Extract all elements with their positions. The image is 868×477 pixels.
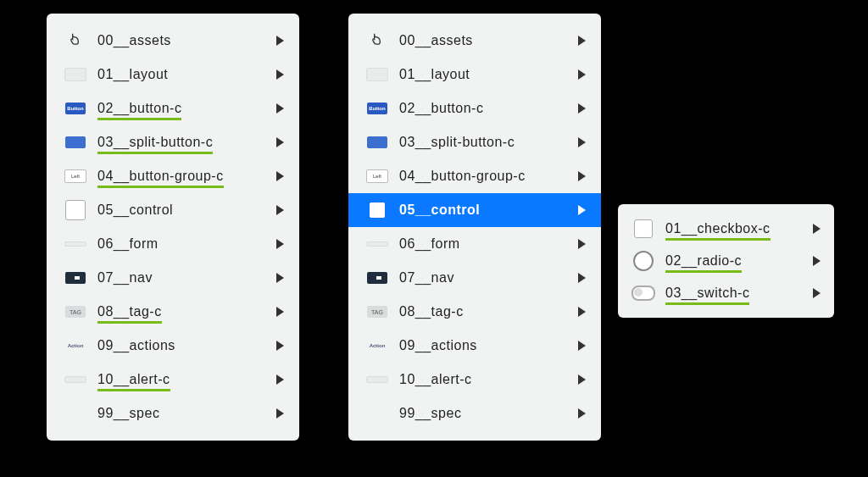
split-button-thumb-icon	[64, 133, 87, 152]
row-label: 03__split-button-c	[399, 135, 515, 149]
row-label: 07__nav	[97, 270, 153, 285]
row-label: 03__switch-c	[665, 286, 749, 300]
nav-thumb-icon	[64, 269, 87, 287]
radio-thumb-icon	[632, 252, 655, 270]
chevron-right-icon	[276, 205, 284, 215]
middle-row-07-nav[interactable]: 07__nav	[348, 261, 601, 295]
panel-right-submenu: 01__checkbox-c 02__radio-c 03__switch-c	[618, 204, 834, 318]
button-thumb-icon: Button	[365, 99, 389, 118]
row-label: 01__layout	[97, 67, 168, 81]
chevron-right-icon	[276, 408, 284, 419]
chevron-right-icon	[276, 307, 284, 317]
checkbox-thumb-icon	[632, 219, 655, 238]
middle-row-04-button-group-c[interactable]: Left 04__button-group-c	[348, 159, 601, 193]
panel-left: 00__assets 01__layout Button 02__button-…	[47, 14, 299, 441]
chevron-right-icon	[578, 374, 586, 385]
row-label: 99__spec	[97, 406, 159, 420]
row-label: 04__button-group-c	[399, 169, 526, 183]
blank-thumb-icon	[64, 65, 87, 84]
chevron-right-icon	[276, 341, 284, 351]
button-group-thumb-icon: Left	[64, 167, 87, 186]
left-row-05-control[interactable]: 05__control	[47, 193, 299, 227]
left-row-04-button-group-c[interactable]: Left 04__button-group-c	[47, 159, 299, 193]
row-label: 08__tag-c	[399, 304, 464, 319]
row-label: 99__spec	[399, 406, 461, 420]
right-row-02-radio-c[interactable]: 02__radio-c	[618, 245, 834, 277]
left-row-02-button-c[interactable]: Button 02__button-c	[47, 92, 299, 125]
chevron-right-icon	[276, 36, 284, 46]
left-row-08-tag-c[interactable]: TAG 08__tag-c	[47, 295, 299, 329]
chevron-right-icon	[578, 307, 586, 317]
row-label: 00__assets	[97, 33, 171, 47]
chevron-right-icon	[813, 256, 821, 266]
chevron-right-icon	[276, 137, 284, 147]
button-thumb-icon: Button	[64, 99, 87, 118]
chevron-right-icon	[813, 224, 821, 234]
chevron-right-icon	[578, 69, 586, 80]
empty-icon	[64, 404, 87, 423]
left-row-10-alert-c[interactable]: 10__alert-c	[47, 363, 299, 397]
middle-row-03-split-button-c[interactable]: 03__split-button-c	[348, 125, 601, 159]
chevron-right-icon	[578, 171, 586, 181]
row-label: 10__alert-c	[399, 372, 472, 386]
split-button-thumb-icon	[365, 133, 389, 152]
row-label: 09__actions	[97, 338, 175, 352]
row-label: 09__actions	[399, 338, 477, 352]
tag-thumb-icon: TAG	[64, 302, 87, 321]
chevron-right-icon	[276, 69, 284, 80]
row-label: 02__button-c	[399, 101, 483, 115]
middle-row-10-alert-c[interactable]: 10__alert-c	[348, 363, 601, 397]
blank-thumb-icon	[365, 65, 389, 84]
chevron-right-icon	[578, 103, 586, 114]
row-label: 05__control	[399, 202, 480, 217]
row-label: 01__layout	[399, 67, 470, 81]
row-label: 04__button-group-c	[97, 169, 224, 183]
row-label: 06__form	[399, 236, 460, 251]
chevron-right-icon	[276, 273, 284, 283]
middle-row-08-tag-c[interactable]: TAG 08__tag-c	[348, 295, 601, 329]
row-label: 08__tag-c	[97, 304, 162, 319]
chevron-right-icon	[813, 288, 821, 298]
button-group-thumb-icon: Left	[365, 167, 389, 186]
right-row-03-switch-c[interactable]: 03__switch-c	[618, 277, 834, 309]
middle-row-06-form[interactable]: 06__form	[348, 227, 601, 261]
chevron-right-icon	[578, 341, 586, 351]
chevron-right-icon	[578, 36, 586, 46]
control-thumb-icon	[64, 201, 87, 219]
empty-icon	[365, 404, 389, 423]
middle-row-02-button-c[interactable]: Button 02__button-c	[348, 92, 601, 125]
chevron-right-icon	[276, 171, 284, 181]
row-label: 10__alert-c	[97, 372, 170, 386]
row-label: 02__button-c	[97, 101, 181, 115]
left-row-09-actions[interactable]: Action 09__actions	[47, 329, 299, 363]
form-thumb-icon	[64, 235, 87, 253]
control-thumb-icon	[365, 201, 389, 219]
alert-thumb-icon	[64, 370, 87, 389]
left-row-03-split-button-c[interactable]: 03__split-button-c	[47, 125, 299, 159]
left-row-01-layout[interactable]: 01__layout	[47, 58, 299, 92]
row-label: 03__split-button-c	[97, 135, 213, 149]
left-row-07-nav[interactable]: 07__nav	[47, 261, 299, 295]
middle-row-01-layout[interactable]: 01__layout	[348, 58, 601, 92]
left-row-99-spec[interactable]: 99__spec	[47, 397, 299, 430]
chevron-right-icon	[276, 103, 284, 114]
switch-thumb-icon	[632, 284, 655, 302]
chevron-right-icon	[578, 137, 586, 147]
chevron-right-icon	[578, 205, 586, 215]
middle-row-99-spec[interactable]: 99__spec	[348, 397, 601, 430]
form-thumb-icon	[365, 235, 389, 253]
left-row-00-assets[interactable]: 00__assets	[47, 24, 299, 58]
middle-row-00-assets[interactable]: 00__assets	[348, 24, 601, 58]
left-row-06-form[interactable]: 06__form	[47, 227, 299, 261]
chevron-right-icon	[276, 239, 284, 249]
tag-thumb-icon: TAG	[365, 302, 389, 321]
row-label: 07__nav	[399, 270, 454, 285]
middle-row-09-actions[interactable]: Action 09__actions	[348, 329, 601, 363]
chevron-right-icon	[578, 408, 586, 419]
middle-row-05-control[interactable]: 05__control	[348, 193, 601, 227]
chevron-right-icon	[578, 273, 586, 283]
row-label: 05__control	[97, 202, 173, 217]
row-label: 01__checkbox-c	[665, 221, 771, 236]
panel-middle: 00__assets 01__layout Button 02__button-…	[348, 14, 601, 441]
right-row-01-checkbox-c[interactable]: 01__checkbox-c	[618, 213, 834, 245]
